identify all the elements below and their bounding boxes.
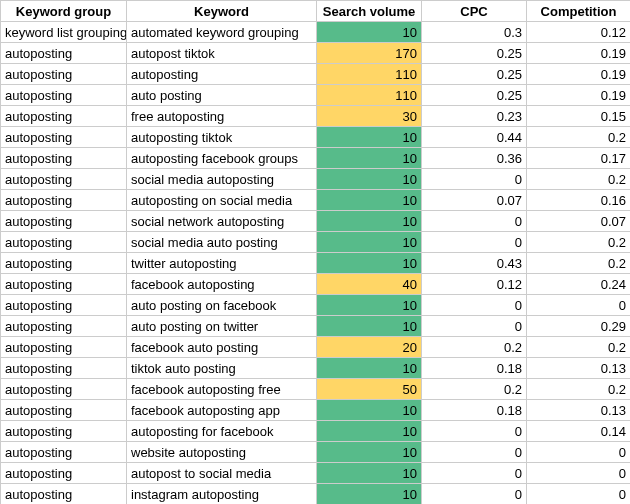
cell-keyword: free autoposting: [127, 106, 317, 127]
cell-keyword: facebook auto posting: [127, 337, 317, 358]
cell-volume: 10: [317, 22, 422, 43]
table-row: autopostingautoposting1100.250.19: [1, 64, 631, 85]
keyword-table: Keyword group Keyword Search volume CPC …: [0, 0, 630, 504]
table-row: autopostinginstagram autoposting1000: [1, 484, 631, 505]
cell-cpc: 0.36: [422, 148, 527, 169]
cell-competition: 0.2: [527, 379, 631, 400]
cell-cpc: 0.2: [422, 337, 527, 358]
cell-cpc: 0: [422, 211, 527, 232]
cell-keyword: tiktok auto posting: [127, 358, 317, 379]
cell-volume: 10: [317, 442, 422, 463]
cell-competition: 0.12: [527, 22, 631, 43]
cell-volume: 20: [317, 337, 422, 358]
cell-group: autoposting: [1, 43, 127, 64]
cell-cpc: 0.18: [422, 358, 527, 379]
header-volume: Search volume: [317, 1, 422, 22]
cell-group: autoposting: [1, 190, 127, 211]
table-row: autopostingauto posting1100.250.19: [1, 85, 631, 106]
cell-cpc: 0: [422, 169, 527, 190]
header-keyword: Keyword: [127, 1, 317, 22]
cell-competition: 0: [527, 463, 631, 484]
table-row: autopostingtiktok auto posting100.180.13: [1, 358, 631, 379]
cell-group: autoposting: [1, 442, 127, 463]
cell-volume: 10: [317, 421, 422, 442]
cell-volume: 170: [317, 43, 422, 64]
cell-competition: 0.19: [527, 85, 631, 106]
cell-volume: 10: [317, 295, 422, 316]
table-row: autopostingautopost tiktok1700.250.19: [1, 43, 631, 64]
table-row: autopostingauto posting on twitter1000.2…: [1, 316, 631, 337]
cell-group: autoposting: [1, 148, 127, 169]
cell-cpc: 0: [422, 232, 527, 253]
cell-cpc: 0.23: [422, 106, 527, 127]
cell-volume: 10: [317, 148, 422, 169]
cell-cpc: 0: [422, 316, 527, 337]
cell-competition: 0.2: [527, 127, 631, 148]
header-competition: Competition: [527, 1, 631, 22]
cell-competition: 0.14: [527, 421, 631, 442]
cell-volume: 10: [317, 127, 422, 148]
table-row: keyword list groupingautomated keyword g…: [1, 22, 631, 43]
cell-competition: 0.16: [527, 190, 631, 211]
cell-cpc: 0.25: [422, 43, 527, 64]
cell-group: autoposting: [1, 211, 127, 232]
cell-group: autoposting: [1, 253, 127, 274]
table-row: autopostingfacebook autoposting400.120.2…: [1, 274, 631, 295]
cell-cpc: 0.3: [422, 22, 527, 43]
cell-competition: 0.2: [527, 253, 631, 274]
cell-cpc: 0.25: [422, 64, 527, 85]
cell-cpc: 0.25: [422, 85, 527, 106]
cell-competition: 0.13: [527, 400, 631, 421]
cell-competition: 0.29: [527, 316, 631, 337]
table-row: autopostingautoposting facebook groups10…: [1, 148, 631, 169]
table-row: autopostingsocial media autoposting1000.…: [1, 169, 631, 190]
cell-group: keyword list grouping: [1, 22, 127, 43]
cell-keyword: facebook autoposting free: [127, 379, 317, 400]
cell-volume: 10: [317, 358, 422, 379]
cell-competition: 0.2: [527, 169, 631, 190]
cell-competition: 0.19: [527, 64, 631, 85]
cell-volume: 10: [317, 211, 422, 232]
cell-volume: 10: [317, 484, 422, 505]
cell-volume: 40: [317, 274, 422, 295]
cell-keyword: auto posting on facebook: [127, 295, 317, 316]
cell-cpc: 0.12: [422, 274, 527, 295]
cell-volume: 110: [317, 85, 422, 106]
cell-volume: 10: [317, 316, 422, 337]
cell-competition: 0.17: [527, 148, 631, 169]
table-row: autopostingsocial network autoposting100…: [1, 211, 631, 232]
cell-cpc: 0: [422, 295, 527, 316]
table-row: autopostingautoposting for facebook1000.…: [1, 421, 631, 442]
table-row: autopostingwebsite autoposting1000: [1, 442, 631, 463]
table-row: autopostingfacebook autoposting free500.…: [1, 379, 631, 400]
table-row: autopostingautoposting on social media10…: [1, 190, 631, 211]
cell-cpc: 0.18: [422, 400, 527, 421]
cell-competition: 0.15: [527, 106, 631, 127]
cell-group: autoposting: [1, 463, 127, 484]
cell-competition: 0.2: [527, 337, 631, 358]
cell-keyword: automated keyword grouping: [127, 22, 317, 43]
cell-keyword: social network autoposting: [127, 211, 317, 232]
cell-group: autoposting: [1, 169, 127, 190]
cell-keyword: autoposting facebook groups: [127, 148, 317, 169]
cell-cpc: 0: [422, 421, 527, 442]
cell-competition: 0.24: [527, 274, 631, 295]
cell-keyword: social media auto posting: [127, 232, 317, 253]
cell-keyword: autopost to social media: [127, 463, 317, 484]
cell-group: autoposting: [1, 484, 127, 505]
table-row: autopostingfree autoposting300.230.15: [1, 106, 631, 127]
cell-group: autoposting: [1, 85, 127, 106]
cell-group: autoposting: [1, 421, 127, 442]
cell-cpc: 0.43: [422, 253, 527, 274]
cell-keyword: instagram autoposting: [127, 484, 317, 505]
cell-volume: 10: [317, 253, 422, 274]
header-row: Keyword group Keyword Search volume CPC …: [1, 1, 631, 22]
cell-competition: 0: [527, 295, 631, 316]
cell-keyword: twitter autoposting: [127, 253, 317, 274]
table-row: autopostingautopost to social media1000: [1, 463, 631, 484]
cell-volume: 30: [317, 106, 422, 127]
cell-cpc: 0.2: [422, 379, 527, 400]
cell-volume: 50: [317, 379, 422, 400]
cell-keyword: auto posting on twitter: [127, 316, 317, 337]
cell-group: autoposting: [1, 400, 127, 421]
